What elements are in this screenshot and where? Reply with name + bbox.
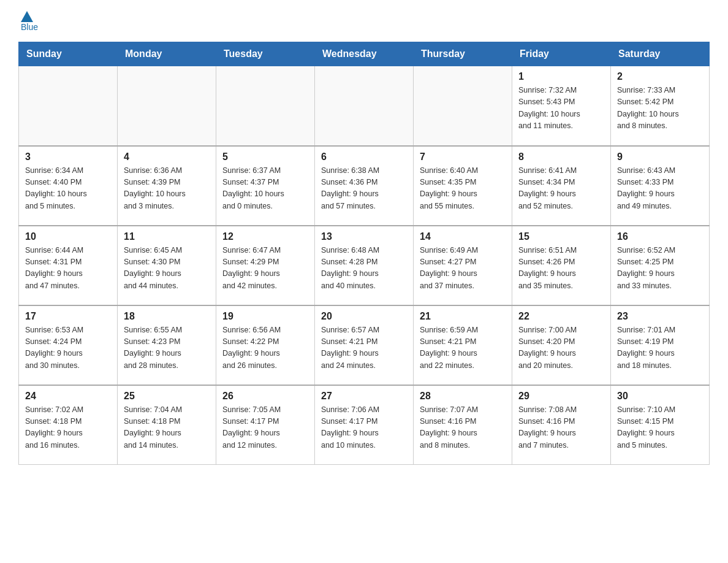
day-info: Sunrise: 6:45 AM Sunset: 4:30 PM Dayligh… [124, 245, 210, 293]
day-info: Sunrise: 7:04 AM Sunset: 4:18 PM Dayligh… [124, 404, 210, 452]
day-info: Sunrise: 6:47 AM Sunset: 4:29 PM Dayligh… [222, 245, 308, 293]
day-info: Sunrise: 6:48 AM Sunset: 4:28 PM Dayligh… [321, 245, 407, 293]
day-number: 6 [321, 151, 407, 163]
day-number: 3 [25, 151, 111, 163]
day-info: Sunrise: 7:02 AM Sunset: 4:18 PM Dayligh… [25, 404, 111, 452]
calendar-week-row: 24Sunrise: 7:02 AM Sunset: 4:18 PM Dayli… [19, 385, 710, 465]
logo: Blue [18, 12, 38, 32]
day-number: 2 [617, 71, 703, 82]
calendar-cell: 17Sunrise: 6:53 AM Sunset: 4:24 PM Dayli… [19, 305, 118, 385]
calendar-cell: 1Sunrise: 7:32 AM Sunset: 5:43 PM Daylig… [512, 66, 611, 146]
day-info: Sunrise: 6:52 AM Sunset: 4:25 PM Dayligh… [617, 245, 703, 293]
calendar-cell: 6Sunrise: 6:38 AM Sunset: 4:36 PM Daylig… [315, 146, 414, 226]
calendar-cell: 27Sunrise: 7:06 AM Sunset: 4:17 PM Dayli… [315, 385, 414, 465]
day-of-week-header: Saturday [611, 42, 710, 66]
day-info: Sunrise: 6:37 AM Sunset: 4:37 PM Dayligh… [222, 165, 308, 213]
day-info: Sunrise: 7:07 AM Sunset: 4:16 PM Dayligh… [420, 404, 506, 452]
day-info: Sunrise: 7:01 AM Sunset: 4:19 PM Dayligh… [617, 324, 703, 372]
day-info: Sunrise: 7:06 AM Sunset: 4:17 PM Dayligh… [321, 404, 407, 452]
calendar-cell: 19Sunrise: 6:56 AM Sunset: 4:22 PM Dayli… [216, 305, 315, 385]
calendar-cell: 18Sunrise: 6:55 AM Sunset: 4:23 PM Dayli… [118, 305, 216, 385]
day-number: 15 [518, 231, 604, 242]
day-info: Sunrise: 6:49 AM Sunset: 4:27 PM Dayligh… [420, 245, 506, 293]
calendar-cell [315, 66, 414, 146]
day-info: Sunrise: 6:34 AM Sunset: 4:40 PM Dayligh… [25, 165, 111, 213]
calendar-table: SundayMondayTuesdayWednesdayThursdayFrid… [18, 42, 710, 465]
day-info: Sunrise: 7:32 AM Sunset: 5:43 PM Dayligh… [518, 85, 604, 132]
day-number: 4 [124, 151, 210, 163]
calendar-week-row: 17Sunrise: 6:53 AM Sunset: 4:24 PM Dayli… [19, 305, 710, 385]
day-number: 23 [617, 311, 703, 322]
logo-triangle-icon [21, 11, 33, 22]
day-number: 26 [222, 391, 308, 402]
calendar-cell [414, 66, 512, 146]
day-info: Sunrise: 6:59 AM Sunset: 4:21 PM Dayligh… [420, 324, 506, 372]
day-number: 13 [321, 231, 407, 242]
day-number: 12 [222, 231, 308, 242]
day-number: 8 [518, 151, 604, 163]
day-of-week-header: Thursday [414, 42, 512, 66]
day-number: 27 [321, 391, 407, 402]
calendar-header-row: SundayMondayTuesdayWednesdayThursdayFrid… [19, 42, 710, 66]
calendar-cell: 28Sunrise: 7:07 AM Sunset: 4:16 PM Dayli… [414, 385, 512, 465]
calendar-cell: 22Sunrise: 7:00 AM Sunset: 4:20 PM Dayli… [512, 305, 611, 385]
calendar-week-row: 1Sunrise: 7:32 AM Sunset: 5:43 PM Daylig… [19, 66, 710, 146]
calendar-cell: 13Sunrise: 6:48 AM Sunset: 4:28 PM Dayli… [315, 226, 414, 305]
calendar-cell: 21Sunrise: 6:59 AM Sunset: 4:21 PM Dayli… [414, 305, 512, 385]
day-number: 28 [420, 391, 506, 402]
day-number: 22 [518, 311, 604, 322]
calendar-cell: 12Sunrise: 6:47 AM Sunset: 4:29 PM Dayli… [216, 226, 315, 305]
calendar-cell: 2Sunrise: 7:33 AM Sunset: 5:42 PM Daylig… [611, 66, 710, 146]
day-of-week-header: Sunday [19, 42, 118, 66]
day-number: 1 [518, 71, 604, 82]
day-info: Sunrise: 6:53 AM Sunset: 4:24 PM Dayligh… [25, 324, 111, 372]
day-info: Sunrise: 6:43 AM Sunset: 4:33 PM Dayligh… [617, 165, 703, 213]
day-info: Sunrise: 7:10 AM Sunset: 4:15 PM Dayligh… [617, 404, 703, 452]
calendar-cell: 9Sunrise: 6:43 AM Sunset: 4:33 PM Daylig… [611, 146, 710, 226]
calendar-cell [216, 66, 315, 146]
calendar-cell: 5Sunrise: 6:37 AM Sunset: 4:37 PM Daylig… [216, 146, 315, 226]
calendar-cell: 26Sunrise: 7:05 AM Sunset: 4:17 PM Dayli… [216, 385, 315, 465]
calendar-cell: 15Sunrise: 6:51 AM Sunset: 4:26 PM Dayli… [512, 226, 611, 305]
day-info: Sunrise: 6:36 AM Sunset: 4:39 PM Dayligh… [124, 165, 210, 213]
day-info: Sunrise: 6:51 AM Sunset: 4:26 PM Dayligh… [518, 245, 604, 293]
calendar-cell: 4Sunrise: 6:36 AM Sunset: 4:39 PM Daylig… [118, 146, 216, 226]
calendar-cell [19, 66, 118, 146]
calendar-cell: 30Sunrise: 7:10 AM Sunset: 4:15 PM Dayli… [611, 385, 710, 465]
page-header: Blue [18, 12, 710, 32]
day-info: Sunrise: 6:40 AM Sunset: 4:35 PM Dayligh… [420, 165, 506, 213]
day-number: 18 [124, 311, 210, 322]
calendar-cell: 7Sunrise: 6:40 AM Sunset: 4:35 PM Daylig… [414, 146, 512, 226]
day-number: 29 [518, 391, 604, 402]
day-number: 7 [420, 151, 506, 163]
day-number: 14 [420, 231, 506, 242]
calendar-cell: 24Sunrise: 7:02 AM Sunset: 4:18 PM Dayli… [19, 385, 118, 465]
day-info: Sunrise: 6:38 AM Sunset: 4:36 PM Dayligh… [321, 165, 407, 213]
day-number: 20 [321, 311, 407, 322]
day-info: Sunrise: 7:08 AM Sunset: 4:16 PM Dayligh… [518, 404, 604, 452]
day-info: Sunrise: 7:05 AM Sunset: 4:17 PM Dayligh… [222, 404, 308, 452]
day-number: 19 [222, 311, 308, 322]
calendar-week-row: 3Sunrise: 6:34 AM Sunset: 4:40 PM Daylig… [19, 146, 710, 226]
day-of-week-header: Monday [118, 42, 216, 66]
day-info: Sunrise: 6:56 AM Sunset: 4:22 PM Dayligh… [222, 324, 308, 372]
calendar-week-row: 10Sunrise: 6:44 AM Sunset: 4:31 PM Dayli… [19, 226, 710, 305]
calendar-cell: 20Sunrise: 6:57 AM Sunset: 4:21 PM Dayli… [315, 305, 414, 385]
day-of-week-header: Wednesday [315, 42, 414, 66]
calendar-cell: 3Sunrise: 6:34 AM Sunset: 4:40 PM Daylig… [19, 146, 118, 226]
calendar-cell: 25Sunrise: 7:04 AM Sunset: 4:18 PM Dayli… [118, 385, 216, 465]
day-number: 16 [617, 231, 703, 242]
calendar-cell: 23Sunrise: 7:01 AM Sunset: 4:19 PM Dayli… [611, 305, 710, 385]
day-info: Sunrise: 7:33 AM Sunset: 5:42 PM Dayligh… [617, 85, 703, 132]
day-info: Sunrise: 7:00 AM Sunset: 4:20 PM Dayligh… [518, 324, 604, 372]
calendar-cell: 29Sunrise: 7:08 AM Sunset: 4:16 PM Dayli… [512, 385, 611, 465]
calendar-cell: 11Sunrise: 6:45 AM Sunset: 4:30 PM Dayli… [118, 226, 216, 305]
day-number: 25 [124, 391, 210, 402]
day-number: 10 [25, 231, 111, 242]
day-of-week-header: Tuesday [216, 42, 315, 66]
day-number: 17 [25, 311, 111, 322]
calendar-cell: 8Sunrise: 6:41 AM Sunset: 4:34 PM Daylig… [512, 146, 611, 226]
day-info: Sunrise: 6:57 AM Sunset: 4:21 PM Dayligh… [321, 324, 407, 372]
day-number: 21 [420, 311, 506, 322]
day-of-week-header: Friday [512, 42, 611, 66]
